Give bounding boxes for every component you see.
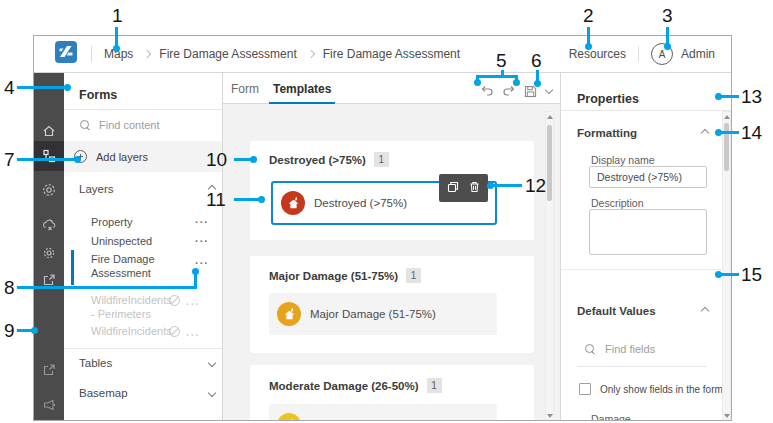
offline-cloud-icon[interactable] <box>34 209 64 239</box>
expand-icon <box>208 389 216 397</box>
display-name-label: Display name <box>591 154 655 166</box>
callout-5: 5 <box>496 50 507 72</box>
breadcrumb-chevron-icon <box>143 50 151 58</box>
tab-templates[interactable]: Templates <box>273 73 331 104</box>
collapse-icon <box>701 129 709 137</box>
save-menu-chevron-icon[interactable] <box>541 83 557 99</box>
topbar-divider <box>638 46 639 62</box>
description-label: Description <box>591 197 644 209</box>
expand-rail-icon[interactable] <box>34 417 64 421</box>
template-count-badge: 1 <box>374 152 389 167</box>
callout-7: 7 <box>4 149 15 171</box>
topbar-divider <box>91 46 92 62</box>
default-values-header-label: Default Values <box>577 305 656 317</box>
destroyed-house-fire-icon <box>281 191 305 215</box>
undo-icon[interactable] <box>479 83 495 99</box>
divider <box>64 348 222 349</box>
template-hover-toolbar <box>439 174 488 202</box>
layers-header-label: Layers <box>79 183 114 195</box>
callout-12: 12 <box>525 175 546 197</box>
display-name-input[interactable] <box>589 166 707 188</box>
only-show-fields-checkbox[interactable] <box>579 383 591 395</box>
add-layers-label: Add layers <box>96 150 148 164</box>
properties-scrollbar[interactable] <box>722 111 731 421</box>
find-fields-input[interactable] <box>605 343 700 355</box>
layer-name: WildfireIncidents - Perimeters <box>91 293 169 321</box>
template-group-destroyed: Destroyed (>75%) 1 Destroyed (>75%) <box>250 141 534 240</box>
default-values-section-header[interactable]: Default Values <box>577 305 708 317</box>
feedback-megaphone-icon[interactable] <box>34 390 64 420</box>
breadcrumb-chevron-icon <box>306 50 314 58</box>
callout-13: 13 <box>741 86 762 108</box>
template-group-moderate: Moderate Damage (26-50%) 1 Moderate Dama… <box>250 365 534 421</box>
template-group-title: Destroyed (>75%) <box>269 154 366 166</box>
layers-section-header[interactable]: Layers <box>79 183 215 195</box>
divider <box>64 109 222 110</box>
layer-name: WildfireIncidents <box>91 324 169 338</box>
callout-6: 6 <box>531 50 542 72</box>
collapse-icon <box>701 307 709 315</box>
layer-menu-icon[interactable]: ··· <box>186 332 200 338</box>
breadcrumb-page: Fire Damage Assessment <box>323 47 460 61</box>
delete-trash-icon[interactable] <box>469 179 480 197</box>
app-window: Maps Fire Damage Assessment Fire Damage … <box>33 35 732 421</box>
callout-15: 15 <box>741 264 762 286</box>
layer-menu-icon[interactable]: ··· <box>186 301 200 307</box>
basemap-section-header[interactable]: Basemap <box>79 387 215 399</box>
description-input[interactable] <box>589 209 707 255</box>
forms-panel: Forms Add layers Layers Property ··· Un <box>64 73 223 421</box>
properties-title: Properties <box>577 92 639 106</box>
tables-header-label: Tables <box>79 357 112 369</box>
divider <box>561 110 732 111</box>
add-layers-button[interactable]: Add layers <box>64 141 222 172</box>
layer-row-property[interactable]: Property ··· <box>91 215 209 229</box>
layer-row-wildfire-perimeters[interactable]: WildfireIncidents - Perimeters ··· <box>91 293 209 321</box>
templates-scrollbar[interactable] <box>545 111 554 421</box>
duplicate-icon[interactable] <box>447 179 459 197</box>
callout-9: 9 <box>4 320 15 342</box>
user-name[interactable]: Admin <box>681 47 715 61</box>
properties-panel: Properties Formatting Display name Descr… <box>561 73 732 421</box>
callout-14: 14 <box>741 122 762 144</box>
major-damage-house-fire-icon <box>277 302 301 326</box>
expand-icon <box>208 359 216 367</box>
formatting-section-header[interactable]: Formatting <box>577 127 708 139</box>
forms-panel-title: Forms <box>79 88 117 102</box>
layer-row-uninspected[interactable]: Uninspected ··· <box>91 234 209 248</box>
template-item-label: Major Damage (51-75%) <box>310 308 436 320</box>
layer-name: Fire Damage Assessment <box>91 252 187 280</box>
open-in-new-icon[interactable] <box>34 355 64 385</box>
callout-3: 3 <box>662 5 673 27</box>
damage-field-label: Damage <box>591 413 631 421</box>
callout-11: 11 <box>206 189 226 211</box>
template-count-badge: 1 <box>427 378 442 393</box>
selected-layer-indicator <box>71 250 74 285</box>
layer-menu-icon[interactable]: ··· <box>195 238 209 244</box>
layer-name: Property <box>91 215 133 229</box>
tables-section-header[interactable]: Tables <box>79 357 215 369</box>
layer-menu-icon[interactable]: ··· <box>195 260 209 266</box>
tab-form[interactable]: Form <box>231 73 259 104</box>
not-visible-icon <box>169 326 180 337</box>
resources-link[interactable]: Resources <box>569 47 626 61</box>
find-content-input[interactable] <box>99 119 199 131</box>
settings-gear-icon[interactable] <box>34 238 64 268</box>
callout-10: 10 <box>206 149 227 171</box>
divider <box>577 366 707 367</box>
callout-8: 8 <box>4 277 15 299</box>
layer-row-wildfire-incidents[interactable]: WildfireIncidents ··· <box>91 324 209 338</box>
template-item-moderate[interactable]: Moderate Damage (26-50%) <box>269 404 497 421</box>
layer-menu-icon[interactable]: ··· <box>195 219 209 225</box>
template-item-major[interactable]: Major Damage (51-75%) <box>269 293 497 335</box>
share-icon[interactable] <box>34 265 64 295</box>
not-visible-icon <box>169 295 180 306</box>
app-logo-icon[interactable] <box>54 40 78 68</box>
formatting-header-label: Formatting <box>577 127 637 139</box>
breadcrumb-map-name[interactable]: Fire Damage Assessment <box>159 47 296 61</box>
forms-builder-icon[interactable] <box>34 141 64 171</box>
template-item-label: Moderate Damage (26-50%) <box>310 419 456 421</box>
template-item-label: Destroyed (>75%) <box>314 197 407 209</box>
geofence-icon[interactable] <box>34 175 64 205</box>
layer-row-fire-damage-assessment[interactable]: Fire Damage Assessment ··· <box>91 252 209 280</box>
template-group-major: Major Damage (51-75%) 1 Major Damage (51… <box>250 256 534 353</box>
